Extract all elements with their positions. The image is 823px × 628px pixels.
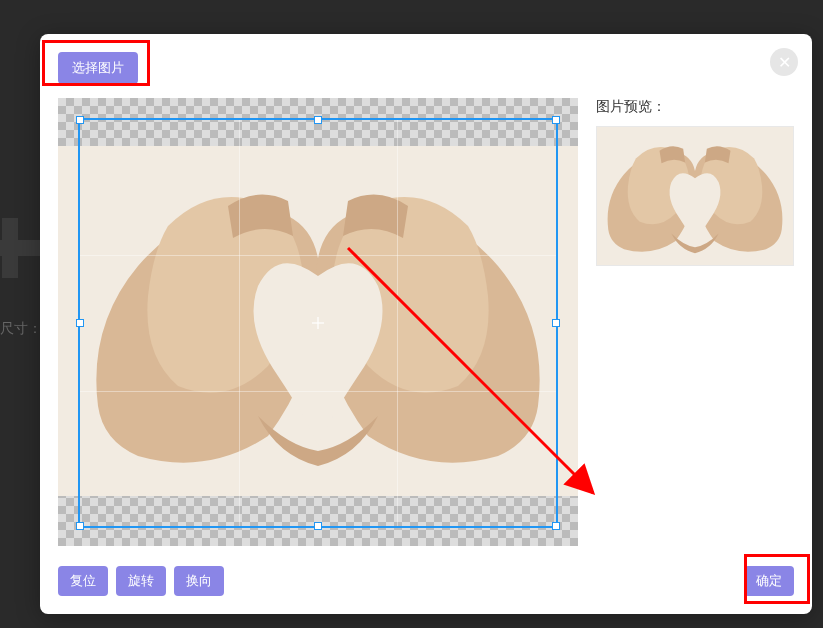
crop-handle-bottom-middle[interactable] [314, 522, 322, 530]
preview-label: 图片预览： [596, 98, 794, 116]
hands-heart-image [58, 146, 578, 496]
crop-handle-bottom-right[interactable] [552, 522, 560, 530]
source-image [58, 146, 578, 496]
crop-handle-top-left[interactable] [76, 116, 84, 124]
modal-footer: 复位 旋转 换向 确定 [58, 566, 794, 596]
image-crop-modal: 选择图片 ✕ [40, 34, 812, 614]
footer-actions-left: 复位 旋转 换向 [58, 566, 224, 596]
close-icon: ✕ [778, 53, 791, 72]
crop-handle-bottom-left[interactable] [76, 522, 84, 530]
confirm-button[interactable]: 确定 [744, 566, 794, 596]
close-button[interactable]: ✕ [770, 48, 798, 76]
background-size-hint: 尺寸： [0, 320, 42, 338]
hands-heart-image-small [597, 127, 793, 265]
modal-body: 图片预览： [58, 98, 794, 546]
crop-handle-top-right[interactable] [552, 116, 560, 124]
rotate-button[interactable]: 旋转 [116, 566, 166, 596]
reset-button[interactable]: 复位 [58, 566, 108, 596]
crop-handle-top-middle[interactable] [314, 116, 322, 124]
flip-button[interactable]: 换向 [174, 566, 224, 596]
select-image-button[interactable]: 选择图片 [58, 52, 138, 84]
modal-header: 选择图片 ✕ [58, 52, 794, 84]
preview-thumbnail [596, 126, 794, 266]
preview-panel: 图片预览： [596, 98, 794, 546]
crop-canvas[interactable] [58, 98, 578, 546]
